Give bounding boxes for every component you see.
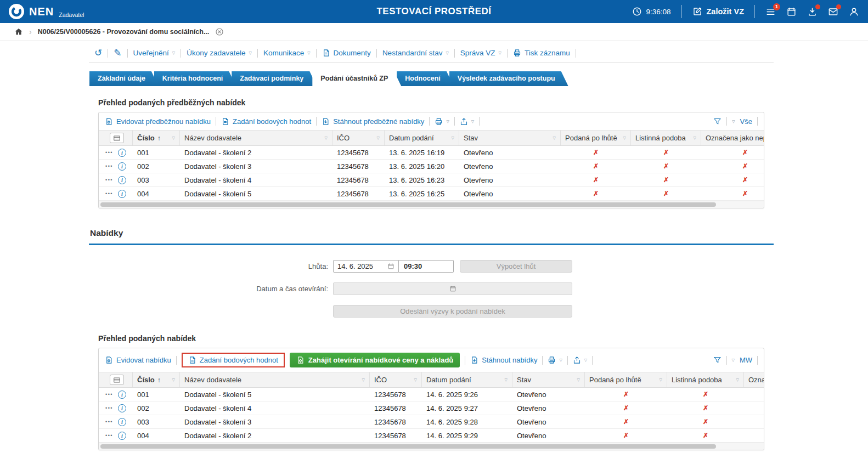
menu-uverejneni[interactable]: Uveřejnění▽ [133,49,176,57]
offers-table-row[interactable]: ••• i 002 Dodavatel - školení 4 12345678… [99,401,764,415]
evidovat-predbeznou-nabidku-button[interactable]: Evidovat předběžnou nabídku [105,117,211,126]
tab-zakladni-udaje[interactable]: Základní údaje [89,71,159,86]
horizontal-scrollbar[interactable] [99,201,764,208]
filter-caret-icon[interactable]: ▽ [577,378,580,382]
messages-button[interactable] [828,7,838,17]
column-header-nazev[interactable]: Název dodavatele▽ [180,372,370,387]
menu-tisk-zaznamu[interactable]: Tisk záznamu [513,49,570,57]
table-settings-icon[interactable] [110,133,124,143]
lhuta-date-input[interactable]: 14. 6. 2025 [333,260,399,273]
history-icon[interactable]: ↺ [94,48,102,58]
info-icon[interactable]: i [118,162,126,171]
vypocet-lhut-button[interactable]: Výpočet lhůt [460,260,572,273]
offers-table-row[interactable]: ••• i 003 Dodavatel - školení 3 12345678… [99,415,764,429]
row-actions-icon[interactable]: ••• [105,177,113,183]
column-header-datum[interactable]: Datum podání▽ [385,131,459,145]
evidovat-nabidku-button[interactable]: Evidovat nabídku [105,356,171,364]
breadcrumb-item[interactable]: N006/25/V00005626 - Provozování domu soc… [38,28,210,36]
zadani-bodovych-hodnot-highlighted-button[interactable]: Zadání bodových hodnot [182,353,285,367]
preliminary-table-row[interactable]: ••• i 001 Dodavatel - školení 2 12345678… [99,146,764,160]
stahnout-nabidky-button[interactable]: Stáhnout nabídky [470,356,537,364]
filter-caret-icon[interactable]: ▽ [414,378,417,382]
tab-zadavaci-podminky[interactable]: Zadávací podmínky [232,71,317,86]
column-header-oznacena[interactable]: Označ [744,372,764,387]
row-actions-icon[interactable]: ••• [105,405,113,411]
info-icon[interactable]: i [118,391,126,399]
lhuta-time-input[interactable]: 09:30 [399,260,454,273]
column-header-stav[interactable]: Stav▽ [512,372,585,387]
stahnout-predbezne-nabidky-button[interactable]: Stáhnout předběžné nabídky [322,117,424,126]
zahajit-oteviranie-button[interactable]: Zahájit otevírání nabídkové ceny a nákla… [290,353,460,367]
menu-sprava-vz[interactable]: Správa VZ▽ [460,49,501,57]
info-icon[interactable]: i [118,404,126,412]
table-settings-icon[interactable] [110,375,124,385]
filter-caret-icon[interactable]: ▽ [452,136,454,140]
export-button[interactable]: ▽ [460,117,474,126]
filter-caret-icon[interactable]: ▽ [623,136,626,140]
preliminary-table-row[interactable]: ••• i 003 Dodavatel - školení 4 12345678… [99,173,764,187]
tab-kriteria-hodnoceni[interactable]: Kritéria hodnocení [154,71,236,86]
info-icon[interactable]: i [118,176,126,184]
horizontal-scrollbar[interactable] [99,443,764,450]
info-icon[interactable]: i [118,149,126,157]
row-actions-icon[interactable]: ••• [105,392,113,397]
preliminary-table-row[interactable]: ••• i 002 Dodavatel - školení 3 12345678… [99,160,764,173]
menu-button[interactable]: 1 [765,7,776,17]
column-header-stav[interactable]: Stav▽ [459,131,561,145]
filter-caret-icon[interactable]: ▽ [362,378,365,382]
tab-podani-ucastniku-zp[interactable]: Podání účastníků ZP [312,71,401,86]
sort-asc-icon[interactable]: ↑ [157,376,161,384]
menu-dokumenty[interactable]: Dokumenty [322,49,371,57]
downloads-button[interactable] [807,7,818,17]
view-selector[interactable]: Vše [740,117,752,126]
offers-table-row[interactable]: ••• i 004 Dodavatel - školení 2 12345678… [99,429,764,443]
column-header-ico[interactable]: IČO▽ [370,372,422,387]
column-header-po-lhute[interactable]: Podaná po lhůtě▽ [561,131,631,145]
filter-caret-icon[interactable]: ▽ [172,378,175,382]
menu-komunikace[interactable]: Komunikace▽ [263,49,311,57]
close-circle-icon[interactable] [215,27,224,36]
tab-vysledek-zadavaciho-postupu[interactable]: Výsledek zadávacího postupu [449,71,568,86]
profile-button[interactable] [849,7,859,17]
offers-table-row[interactable]: ••• i 001 Dodavatel - školení 5 12345678… [99,388,764,401]
filter-caret-icon[interactable]: ▽ [736,378,739,382]
home-icon[interactable] [14,27,23,36]
menu-ukony-zadavatele[interactable]: Úkony zadavatele▽ [187,49,252,57]
column-header-cislo[interactable]: Číslo↑▽ [133,372,180,387]
column-header-listinna[interactable]: Listinná podoba▽ [631,131,701,145]
zadani-bodovych-hodnot-button[interactable]: Zadání bodových hodnot [221,117,311,126]
export-button[interactable]: ▽ [573,356,587,364]
scrollbar-thumb[interactable] [100,202,716,207]
row-actions-icon[interactable]: ••• [105,433,113,438]
row-actions-icon[interactable]: ••• [105,419,113,425]
row-actions-icon[interactable]: ••• [105,163,113,169]
info-icon[interactable]: i [118,190,126,198]
column-header-po-lhute[interactable]: Podaná po lhůtě▽ [585,372,667,387]
scrollbar-thumb[interactable] [100,444,716,449]
print-button[interactable]: ▽ [435,117,449,126]
filter-caret-icon[interactable]: ▽ [694,136,696,140]
zalozit-vz-button[interactable]: Založit VZ [692,7,744,16]
calendar-button[interactable] [786,7,797,17]
view-selector[interactable]: MW [740,356,752,364]
calendar-icon[interactable] [387,263,394,270]
nen-logo[interactable]: NEN Zadavatel [9,4,84,19]
filter-caret-icon[interactable]: ▽ [377,136,380,140]
filter-caret-icon[interactable]: ▽ [325,136,328,140]
preliminary-table-row[interactable]: ••• i 004 Dodavatel - školení 5 12345678… [99,187,764,201]
filter-caret-icon[interactable]: ▽ [553,136,556,140]
view-caret-icon[interactable]: ▽ [732,358,735,362]
filter-funnel-icon[interactable] [713,356,722,364]
sort-asc-icon[interactable]: ↑ [157,134,161,142]
filter-caret-icon[interactable]: ▽ [505,378,508,382]
print-button[interactable]: ▽ [548,356,562,364]
column-header-listinna[interactable]: Listinná podoba▽ [667,372,744,387]
view-caret-icon[interactable]: ▽ [732,120,735,123]
menu-nestandardni-stav[interactable]: Nestandardní stav▽ [382,49,449,57]
filter-caret-icon[interactable]: ▽ [660,378,662,382]
row-actions-icon[interactable]: ••• [105,191,113,196]
column-header-oznacena[interactable]: Označena jako nep [701,131,764,145]
info-icon[interactable]: i [118,432,126,440]
odeslani-vyzvy-button[interactable]: Odeslání výzvy k podání nabídek [333,305,572,318]
tab-hodnoceni[interactable]: Hodnocení [397,71,454,86]
